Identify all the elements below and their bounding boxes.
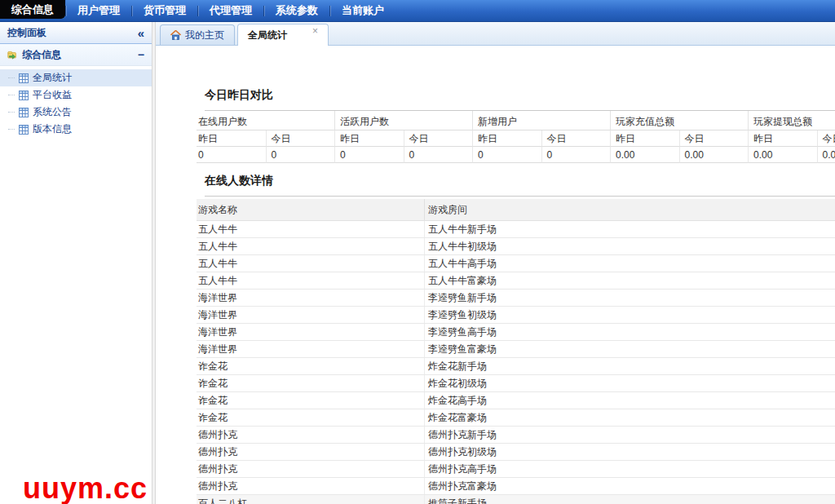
compare-sub-header: 昨日	[197, 130, 266, 147]
compare-value: 0.00	[817, 147, 835, 163]
table-row: 海洋世界李逵劈鱼高手场	[197, 324, 835, 341]
tree-line	[8, 129, 15, 130]
table-row: 德州扑克德州扑克富豪场	[197, 478, 835, 495]
game-room-cell: 李逵劈鱼富豪场	[425, 341, 835, 357]
collapse-minus-icon[interactable]: −	[138, 48, 144, 61]
game-room-cell: 德州扑克新手场	[425, 427, 835, 443]
table-row: 诈金花炸金花高手场	[197, 392, 835, 409]
game-name-cell: 德州扑克	[197, 478, 425, 494]
compare-table: 在线用户数活跃用户数新增用户玩家充值总额玩家提现总额 昨日今日昨日今日昨日今日昨…	[197, 111, 835, 163]
sidebar-group-header[interactable]: 综合信息 −	[0, 44, 152, 66]
game-room-cell: 五人牛牛高手场	[425, 255, 835, 272]
nav-item-4[interactable]: 系统参数	[264, 0, 329, 21]
game-room-cell: 炸金花新手场	[425, 358, 835, 374]
game-room-cell: 推筒子新手场	[425, 495, 835, 504]
content-area: 今日昨日对比 在线用户数活跃用户数新增用户玩家充值总额玩家提现总额 昨日今日昨日…	[156, 46, 835, 504]
game-room-cell: 德州扑克富豪场	[425, 478, 835, 494]
table-row: 德州扑克德州扑克高手场	[197, 461, 835, 478]
tab-close-icon[interactable]: ×	[312, 24, 318, 38]
game-name-cell: 五人牛牛	[197, 238, 425, 254]
game-name-cell: 五人牛牛	[197, 272, 425, 289]
game-name-cell: 五人牛牛	[197, 221, 425, 237]
compare-group-header: 活跃用户数	[334, 111, 472, 130]
sidebar-item-label: 系统公告	[33, 105, 72, 119]
game-name-cell: 诈金花	[197, 358, 425, 374]
home-icon	[170, 30, 181, 40]
tab-global-stats[interactable]: 全局统计 ×	[237, 24, 329, 46]
sidebar-item-0[interactable]: 全局统计	[0, 69, 152, 86]
compare-value-row: 0000000.000.000.000.00	[197, 147, 835, 163]
sidebar-item-1[interactable]: 平台收益	[0, 86, 152, 104]
nav-item-3[interactable]: 代理管理	[198, 0, 263, 21]
compare-group-header: 玩家提现总额	[748, 111, 835, 130]
table-row: 海洋世界李逵劈鱼富豪场	[197, 341, 835, 358]
game-name-cell: 百人二八杠	[197, 495, 425, 504]
tab-my-home[interactable]: 我的主页	[160, 24, 235, 45]
game-room-cell: 德州扑克初级场	[425, 444, 835, 460]
compare-sub-header: 昨日	[748, 130, 817, 147]
nav-item-2[interactable]: 货币管理	[132, 0, 197, 21]
compare-section-title: 今日昨日对比	[205, 88, 835, 103]
game-name-cell: 海洋世界	[197, 324, 425, 340]
sidebar-collapse-icon[interactable]: «	[138, 27, 144, 39]
game-room-cell: 李逵劈鱼初级场	[425, 307, 835, 323]
compare-sub-header: 今日	[266, 130, 335, 147]
app-frame: 控制面板 « 综合信息 − 全局统计平台收益系统公告版本信息 我的主页	[0, 22, 835, 504]
sidebar: 控制面板 « 综合信息 − 全局统计平台收益系统公告版本信息	[0, 22, 152, 504]
watermark: uuym.cc	[23, 471, 148, 504]
compare-value: 0.00	[748, 147, 817, 163]
column-header-game-room: 游戏房间	[425, 199, 835, 220]
compare-group-header: 新增用户	[472, 111, 610, 130]
compare-group-row: 在线用户数活跃用户数新增用户玩家充值总额玩家提现总额	[197, 111, 835, 130]
compare-value: 0	[404, 147, 473, 163]
table-row: 五人牛牛五人牛牛富豪场	[197, 272, 835, 290]
table-icon	[19, 125, 29, 135]
game-room-cell: 炸金花高手场	[425, 392, 835, 409]
table-icon	[19, 108, 29, 117]
compare-value: 0	[472, 147, 541, 163]
game-name-cell: 海洋世界	[197, 290, 425, 306]
sidebar-item-3[interactable]: 版本信息	[0, 121, 152, 138]
online-table: 游戏名称 游戏房间 五人牛牛五人牛牛新手场五人牛牛五人牛牛初级场五人牛牛五人牛牛…	[197, 199, 835, 504]
folder-arrow-icon	[7, 50, 17, 60]
online-table-header: 游戏名称 游戏房间	[197, 199, 835, 221]
sidebar-item-2[interactable]: 系统公告	[0, 104, 152, 121]
sidebar-item-label: 版本信息	[33, 122, 72, 136]
compare-sub-header: 今日	[541, 130, 611, 147]
compare-value: 0	[541, 147, 611, 163]
table-row: 诈金花炸金花新手场	[197, 358, 835, 375]
tab-label: 我的主页	[185, 29, 224, 42]
tree-line	[8, 77, 15, 78]
game-name-cell: 德州扑克	[197, 427, 425, 443]
divider	[205, 196, 835, 197]
compare-value: 0	[266, 147, 335, 163]
nav-item-0[interactable]: 综合信息	[0, 0, 65, 19]
online-table-body: 五人牛牛五人牛牛新手场五人牛牛五人牛牛初级场五人牛牛五人牛牛高手场五人牛牛五人牛…	[197, 221, 835, 504]
table-row: 诈金花炸金花初级场	[197, 375, 835, 392]
tree-line	[8, 95, 15, 95]
column-header-game-name: 游戏名称	[197, 199, 425, 220]
game-room-cell: 炸金花初级场	[425, 375, 835, 391]
game-name-cell: 诈金花	[197, 375, 425, 391]
compare-group-header: 玩家充值总额	[610, 111, 748, 130]
online-section-title: 在线人数详情	[205, 174, 835, 188]
table-row: 诈金花炸金花富豪场	[197, 409, 835, 427]
sidebar-header: 控制面板 «	[0, 22, 152, 44]
table-icon	[19, 91, 29, 100]
game-name-cell: 海洋世界	[197, 307, 425, 323]
sidebar-item-label: 平台收益	[33, 88, 72, 102]
nav-item-1[interactable]: 用户管理	[66, 0, 131, 21]
compare-sub-header: 昨日	[334, 130, 404, 147]
compare-value: 0	[197, 147, 266, 163]
table-icon	[19, 73, 29, 83]
compare-value: 0.00	[610, 147, 679, 163]
sidebar-tree: 全局统计平台收益系统公告版本信息	[0, 66, 152, 138]
table-row: 海洋世界李逵劈鱼新手场	[197, 290, 835, 307]
nav-item-5[interactable]: 当前账户	[330, 0, 395, 21]
game-room-cell: 五人牛牛初级场	[425, 238, 835, 254]
table-row: 五人牛牛五人牛牛高手场	[197, 255, 835, 272]
compare-value: 0	[334, 147, 404, 163]
sidebar-title: 控制面板	[7, 26, 46, 40]
compare-group-header: 在线用户数	[197, 111, 334, 130]
game-name-cell: 德州扑克	[197, 461, 425, 477]
